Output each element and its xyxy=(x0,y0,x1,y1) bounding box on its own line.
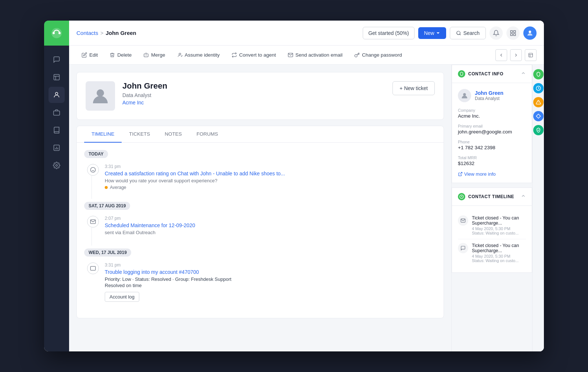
email-title[interactable]: Scheduled Maintenance for 12-09-2020 xyxy=(105,222,436,228)
svg-point-4 xyxy=(55,92,58,95)
sidebar-item-conversations[interactable] xyxy=(49,51,65,68)
chevron-right-icon xyxy=(513,53,519,58)
chevron-up-icon xyxy=(521,71,526,76)
shield-icon-mini xyxy=(536,72,541,77)
edit-icon xyxy=(82,52,87,58)
view-more-label: View more info xyxy=(464,171,496,177)
tab-notes[interactable]: NOTES xyxy=(157,126,189,143)
delete-button[interactable]: Delete xyxy=(104,49,137,61)
ct-status-2: Status: Waiting on custo... xyxy=(472,258,526,263)
mrr-value: $12632 xyxy=(458,161,526,166)
tab-forums[interactable]: FORUMS xyxy=(189,126,226,143)
new-button-label: New xyxy=(424,30,434,36)
clock-icon-mini xyxy=(536,86,541,91)
mini-icon-orange[interactable] xyxy=(533,97,544,107)
contact-avatar-small xyxy=(458,89,471,102)
profile-company[interactable]: Acme Inc xyxy=(122,100,385,105)
sidebar-item-inbox[interactable] xyxy=(49,69,65,85)
profile-tabs: TIMELINE TICKETS NOTES FORUMS TODAY xyxy=(76,126,444,318)
send-activation-email-button[interactable]: Send activation email xyxy=(283,49,348,61)
next-contact-button[interactable] xyxy=(510,49,522,61)
view-more-link[interactable]: View more info xyxy=(458,171,526,177)
contact-timeline-entry-1: Ticket closed - You can Supercharge... 4… xyxy=(458,212,526,239)
mini-icon-teal[interactable] xyxy=(533,83,544,93)
contact-name[interactable]: John Green xyxy=(475,90,503,96)
sidebar-item-tickets[interactable] xyxy=(49,104,65,121)
company-value: Acme Inc. xyxy=(458,113,526,119)
timeline-item-ticket: 3:31 pm Trouble logging into my account … xyxy=(84,262,436,302)
sidebar-item-contacts[interactable] xyxy=(49,87,65,103)
ct-title-1: Ticket closed - You can Supercharge... xyxy=(472,215,526,226)
avatar-icon xyxy=(526,29,534,37)
merge-label: Merge xyxy=(151,52,165,58)
mini-icon-blue[interactable] xyxy=(533,111,544,121)
external-link-icon xyxy=(458,172,463,176)
contact-info-section: CONTACT INFO John Green xyxy=(452,65,532,183)
tab-timeline[interactable]: TIMELINE xyxy=(84,126,122,143)
breadcrumb-contacts-link[interactable]: Contacts xyxy=(76,30,98,36)
shield-check-icon xyxy=(459,72,464,76)
get-started-button[interactable]: Get started (50%) xyxy=(363,27,415,39)
contact-timeline-body: Ticket closed - You can Supercharge... 4… xyxy=(452,206,532,272)
convert-to-agent-button[interactable]: Convert to agent xyxy=(226,49,281,61)
contact-name-block: John Green Data Analyst xyxy=(475,90,503,101)
content-area: John Green Data Analyst Acme Inc + New t… xyxy=(69,65,544,351)
svg-rect-5 xyxy=(54,111,60,115)
app-logo[interactable] xyxy=(44,21,69,46)
sidebar-item-reports[interactable] xyxy=(49,140,65,156)
mini-icon-green[interactable] xyxy=(533,69,544,79)
delete-label: Delete xyxy=(117,52,132,58)
contact-timeline-section: CONTACT TIMELINE Ticket xyxy=(452,187,532,273)
svg-point-19 xyxy=(463,93,466,96)
ct-status-1: Status: Waiting on custo... xyxy=(472,231,526,235)
search-button[interactable]: Search xyxy=(450,27,486,39)
aug-label: SAT, 17 AUG 2019 xyxy=(84,202,130,210)
email-subtitle: sent via Email Outreach xyxy=(105,230,436,235)
ticket-title[interactable]: Trouble logging into my account #470700 xyxy=(105,269,436,275)
company-label: Company xyxy=(458,108,526,112)
sidebar-item-kb[interactable] xyxy=(49,122,65,138)
timeline-title[interactable]: Created a satisfaction rating on Chat wi… xyxy=(105,171,436,176)
sidebar xyxy=(44,21,69,351)
contact-info-header[interactable]: CONTACT INFO xyxy=(452,65,532,83)
mini-icon-dark-green[interactable] xyxy=(533,125,544,135)
account-log-button[interactable]: Account log xyxy=(105,292,139,302)
contact-timeline-toggle[interactable] xyxy=(521,193,526,200)
user-avatar[interactable] xyxy=(523,26,537,40)
edit-label: Edit xyxy=(89,52,98,58)
assume-identity-button[interactable]: Assume identity xyxy=(172,49,225,61)
breadcrumb: Contacts > John Green xyxy=(76,30,358,36)
ct-title-2: Ticket closed - You can Supercharge... xyxy=(472,243,526,253)
timeline-subtitle: How would you rate your overall support … xyxy=(105,178,436,183)
contact-info-title: CONTACT INFO xyxy=(468,71,518,76)
contact-info-toggle[interactable] xyxy=(521,71,526,77)
change-password-button[interactable]: Change password xyxy=(349,49,407,61)
tab-list: TIMELINE TICKETS NOTES FORUMS xyxy=(77,126,444,143)
user-switch-icon xyxy=(177,52,183,58)
svg-point-8 xyxy=(456,31,460,34)
rating-label: Average xyxy=(110,185,126,190)
grid-icon xyxy=(510,30,516,36)
prev-contact-button[interactable] xyxy=(495,49,507,61)
new-button[interactable]: New xyxy=(418,27,446,39)
profile-name: John Green xyxy=(122,81,385,91)
contact-timeline-header[interactable]: CONTACT TIMELINE xyxy=(452,188,532,206)
ct-icon-1 xyxy=(458,215,468,226)
svg-line-20 xyxy=(460,172,462,175)
merge-button[interactable]: Merge xyxy=(138,49,170,61)
timeline-time: 3:31 pm xyxy=(105,164,436,169)
new-ticket-button[interactable]: + New ticket xyxy=(392,81,435,95)
edit-button[interactable]: Edit xyxy=(76,49,103,61)
layout-toggle-button[interactable] xyxy=(525,49,537,61)
apps-button[interactable] xyxy=(506,26,520,40)
svg-rect-11 xyxy=(510,33,512,35)
mail-icon-ct xyxy=(460,218,466,223)
svg-point-2 xyxy=(58,32,61,34)
notifications-button[interactable] xyxy=(490,26,503,40)
avatar-small-icon xyxy=(461,92,468,99)
tab-tickets[interactable]: TICKETS xyxy=(122,126,157,143)
chevron-left-icon xyxy=(499,53,504,58)
email-icon-timeline xyxy=(87,216,99,228)
phone-label: Phone xyxy=(458,140,526,144)
sidebar-item-settings[interactable] xyxy=(49,157,65,174)
